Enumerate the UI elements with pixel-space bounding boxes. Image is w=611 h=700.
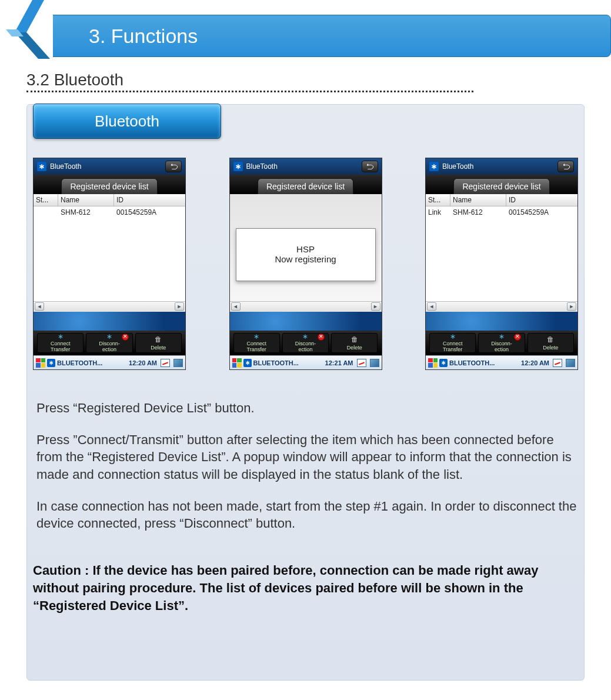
delete-button[interactable]: 🗑Delete [527, 333, 574, 353]
col-header-name: Name [450, 194, 506, 206]
registered-device-list-tab[interactable]: Registered device list [453, 178, 549, 194]
bluetooth-icon: ∗ [429, 162, 439, 171]
disconnect-button[interactable]: ✕∗Disconn- ection [478, 333, 525, 353]
col-header-name: Name [58, 194, 114, 206]
taskbar-app-label[interactable]: BLUETOOTH... [449, 359, 495, 366]
col-header-id: ID [114, 194, 185, 206]
delete-button[interactable]: 🗑Delete [331, 333, 378, 353]
section-title: 3.2 Bluetooth [26, 71, 585, 89]
window-titlebar: ∗ BlueTooth ⮌ [426, 158, 577, 175]
scroll-left-button[interactable]: ◄ [427, 302, 436, 311]
back-button[interactable]: ⮌ [362, 161, 378, 172]
device-screenshot-1: ∗ BlueTooth ⮌ Registered device list St.… [33, 158, 186, 370]
close-icon: ✕ [318, 334, 325, 341]
back-button[interactable]: ⮌ [557, 161, 574, 172]
wallpaper-strip [426, 312, 577, 331]
scroll-right-button[interactable]: ► [567, 302, 576, 311]
bluetooth-icon: ∗ [439, 359, 448, 367]
bluetooth-icon: ∗ [37, 162, 46, 171]
scroll-left-button[interactable]: ◄ [35, 302, 44, 311]
scroll-left-button[interactable]: ◄ [231, 302, 241, 311]
cell-status [34, 208, 58, 217]
disconnect-button[interactable]: ✕∗Disconn- ection [86, 333, 132, 353]
tray-icon-1[interactable] [357, 359, 366, 367]
registering-popup: HSP Now registering [236, 228, 376, 281]
connect-transfer-button[interactable]: ∗Connect Transfer [37, 333, 84, 353]
connect-transfer-button[interactable]: ∗Connect Transfer [429, 333, 476, 353]
caution-paragraph: Caution : If the device has been paired … [33, 562, 578, 614]
bluetooth-icon: ∗ [252, 333, 261, 341]
list-header: St... Name ID [34, 194, 185, 206]
start-button-icon[interactable] [36, 358, 45, 368]
device-screenshot-3: ∗ BlueTooth ⮌ Registered device list St.… [425, 158, 578, 370]
col-header-status: St... [426, 194, 450, 206]
cell-id: 001545259A [114, 208, 185, 217]
header-title: 3. Functions [89, 25, 198, 48]
close-icon: ✕ [514, 334, 521, 341]
tray-icon-2[interactable] [566, 359, 575, 367]
disconnect-button[interactable]: ✕∗Disconn- ection [282, 333, 329, 353]
tray-icon-1[interactable] [553, 359, 562, 367]
horizontal-scrollbar[interactable]: ◄ ► [426, 301, 577, 312]
bluetooth-icon: ∗ [233, 162, 243, 171]
tray-icon-2[interactable] [173, 359, 183, 367]
bottom-toolbar: ∗Connect Transfer ✕∗Disconn- ection 🗑Del… [426, 331, 577, 355]
header-logo-icon [0, 0, 53, 59]
device-list-area: St... Name ID Link SHM-612 001545259A ◄ … [426, 194, 577, 312]
header-title-bar: 3. Functions [0, 15, 611, 57]
scroll-right-button[interactable]: ► [371, 302, 380, 311]
instruction-paragraph-1: Press “Registered Device List” button. [36, 399, 578, 417]
tray-icon-2[interactable] [370, 359, 379, 367]
content-panel: Bluetooth ∗ BlueTooth ⮌ Registered devic… [26, 104, 585, 681]
back-button[interactable]: ⮌ [165, 161, 182, 172]
taskbar-clock: 12:20 AM [129, 359, 157, 366]
wallpaper-strip [230, 312, 382, 331]
trash-icon: 🗑 [350, 335, 359, 345]
taskbar-app-label[interactable]: BLUETOOTH... [253, 359, 299, 366]
popup-line-2: Now registering [239, 254, 373, 264]
bottom-toolbar: ∗Connect Transfer ✕∗Disconn- ection 🗑Del… [230, 331, 382, 355]
bluetooth-icon: ∗ [47, 359, 55, 367]
taskbar-clock: 12:21 AM [325, 359, 353, 366]
table-row[interactable]: Link SHM-612 001545259A [426, 206, 577, 218]
delete-button[interactable]: 🗑Delete [135, 333, 182, 353]
registered-device-list-tab[interactable]: Registered device list [61, 178, 157, 194]
instruction-paragraph-2: Press ”Connect/Transmit” button after se… [36, 431, 578, 484]
bluetooth-icon: ∗ [105, 333, 114, 341]
trash-icon: 🗑 [546, 335, 555, 345]
start-button-icon[interactable] [232, 358, 242, 368]
tab-bar: Registered device list [426, 175, 577, 194]
taskbar-clock: 12:20 AM [521, 359, 549, 366]
horizontal-scrollbar[interactable]: ◄ ► [230, 301, 382, 312]
window-titlebar: ∗ BlueTooth ⮌ [230, 158, 382, 175]
device-list-area: St... Name ID SHM-612 001545259A ◄ ► [34, 194, 185, 312]
taskbar: ∗ BLUETOOTH... 12:21 AM [230, 355, 382, 369]
horizontal-scrollbar[interactable]: ◄ ► [34, 301, 185, 312]
trash-icon: 🗑 [153, 335, 163, 345]
bluetooth-icon: ∗ [56, 333, 65, 341]
tab-bar: Registered device list [34, 175, 185, 194]
wallpaper-strip [34, 312, 185, 331]
bluetooth-icon: ∗ [243, 359, 252, 367]
scroll-right-button[interactable]: ► [175, 302, 184, 311]
tray-icon-1[interactable] [161, 359, 170, 367]
taskbar-app-label[interactable]: BLUETOOTH... [57, 359, 102, 366]
table-row[interactable]: SHM-612 001545259A [34, 206, 185, 218]
cell-id: 001545259A [506, 208, 577, 217]
connect-transfer-button[interactable]: ∗Connect Transfer [233, 333, 280, 353]
dotted-divider [26, 91, 473, 92]
col-header-status: St... [34, 194, 58, 206]
cell-name: SHM-612 [58, 208, 114, 217]
bluetooth-icon: ∗ [497, 333, 506, 341]
window-title: BlueTooth [50, 162, 81, 171]
list-header: St... Name ID [426, 194, 577, 206]
cell-status: Link [426, 208, 450, 217]
window-titlebar: ∗ BlueTooth ⮌ [34, 158, 185, 175]
start-button-icon[interactable] [428, 358, 438, 368]
col-header-id: ID [506, 194, 577, 206]
registered-device-list-tab[interactable]: Registered device list [258, 178, 353, 194]
page-header: 3. Functions [0, 0, 611, 59]
screenshots-row: ∗ BlueTooth ⮌ Registered device list St.… [33, 158, 578, 370]
bluetooth-tab-button[interactable]: Bluetooth [33, 104, 221, 139]
svg-marker-0 [15, 0, 44, 32]
